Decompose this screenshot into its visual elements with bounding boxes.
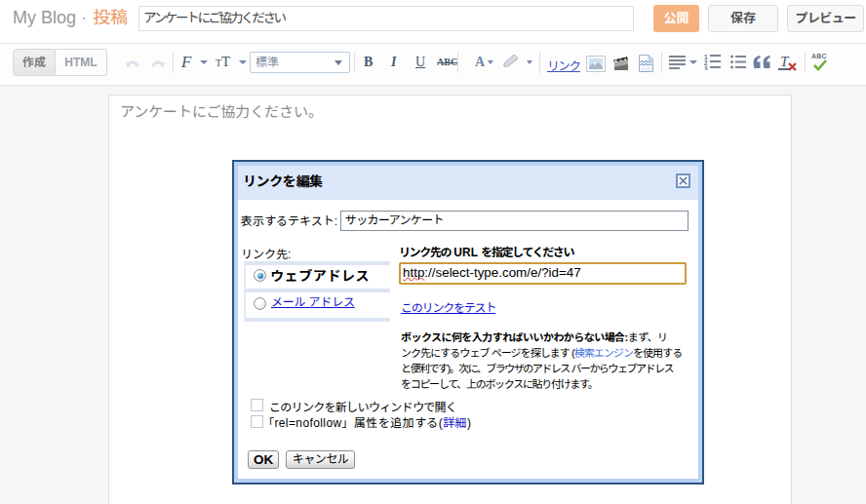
- svg-text:3: 3: [704, 65, 708, 71]
